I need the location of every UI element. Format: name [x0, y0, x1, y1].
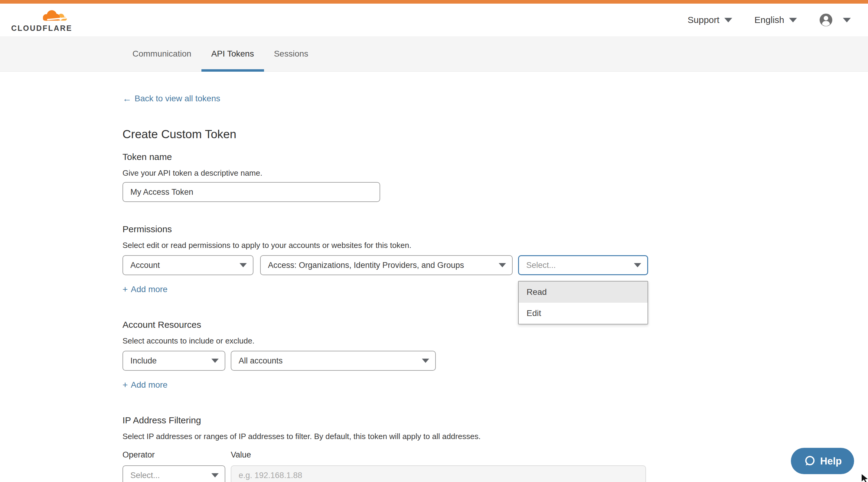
page-title: Create Custom Token: [123, 127, 868, 141]
cloudflare-wordmark: CLOUDFLARE: [11, 24, 72, 32]
language-menu[interactable]: English: [754, 15, 797, 25]
select-value: Access: Organizations, Identity Provider…: [268, 261, 464, 270]
menu-option-label: Edit: [527, 309, 541, 318]
permission-level-select[interactable]: Select...: [518, 255, 648, 275]
token-name-heading: Token name: [123, 152, 868, 162]
tab-label: API Tokens: [211, 49, 254, 59]
chevron-down-icon: [240, 263, 247, 267]
tab-api-tokens[interactable]: API Tokens: [202, 36, 264, 71]
help-chat-icon: [803, 455, 816, 468]
select-value: All accounts: [239, 356, 283, 365]
resource-mode-select[interactable]: Include: [123, 351, 225, 371]
chevron-down-icon: [211, 473, 219, 478]
tab-label: Communication: [132, 49, 191, 59]
permissions-add-more-link[interactable]: + Add more: [123, 284, 167, 294]
value-label: Value: [231, 450, 251, 460]
support-menu-label: Support: [688, 15, 719, 25]
plus-icon: +: [123, 284, 128, 294]
account-resources-heading: Account Resources: [123, 319, 868, 330]
ip-filtering-row: Select...: [123, 465, 868, 482]
cloudflare-logo[interactable]: CLOUDFLARE: [11, 8, 72, 32]
top-accent-bar: [0, 0, 868, 4]
language-menu-label: English: [754, 15, 784, 25]
ip-value-input[interactable]: [231, 465, 646, 482]
active-tab-underline: [202, 69, 264, 72]
tab-label: Sessions: [274, 49, 309, 59]
plus-icon: +: [123, 380, 128, 390]
permission-scope-select[interactable]: Account: [123, 255, 253, 275]
add-more-label: Add more: [131, 285, 167, 294]
select-value: Account: [130, 261, 160, 270]
support-menu[interactable]: Support: [688, 15, 732, 25]
help-button[interactable]: Help: [791, 448, 854, 474]
ip-operator-select[interactable]: Select...: [123, 465, 225, 482]
account-resources-add-more-link[interactable]: + Add more: [123, 380, 167, 390]
permissions-heading: Permissions: [123, 224, 868, 235]
select-value: Include: [130, 356, 157, 365]
ip-filtering-heading: IP Address Filtering: [123, 415, 868, 426]
permission-level-menu: Read Edit: [518, 281, 648, 324]
chevron-down-icon: [724, 18, 732, 22]
chevron-down-icon: [789, 18, 797, 22]
left-arrow-icon: ←: [123, 93, 131, 104]
permissions-description: Select edit or read permissions to apply…: [123, 241, 868, 250]
profile-tab-bar: Communication API Tokens Sessions: [0, 36, 868, 72]
menu-option-read[interactable]: Read: [519, 282, 648, 303]
permission-resource-select[interactable]: Access: Organizations, Identity Provider…: [260, 255, 513, 275]
add-more-label: Add more: [131, 380, 167, 390]
chevron-down-icon: [499, 263, 506, 267]
token-name-input[interactable]: [123, 182, 380, 202]
account-menu[interactable]: [819, 13, 851, 27]
help-button-label: Help: [820, 455, 842, 467]
select-placeholder: Select...: [526, 261, 556, 270]
menu-option-edit[interactable]: Edit: [519, 303, 648, 324]
cloudflare-cloud-icon: [39, 8, 68, 24]
chevron-down-icon: [422, 359, 429, 363]
account-resources-row: Include All accounts: [123, 351, 868, 371]
chevron-down-icon: [211, 359, 219, 363]
token-name-description: Give your API token a descriptive name.: [123, 168, 868, 178]
operator-label: Operator: [123, 450, 231, 460]
permissions-row: Account Access: Organizations, Identity …: [123, 255, 868, 275]
select-placeholder: Select...: [130, 471, 160, 480]
menu-option-label: Read: [527, 287, 547, 297]
permission-level-wrap: Select... Read Edit: [518, 255, 648, 275]
resource-scope-select[interactable]: All accounts: [231, 351, 436, 371]
account-resources-description: Select accounts to include or exclude.: [123, 336, 868, 345]
back-link-label: Back to view all tokens: [134, 93, 220, 104]
mouse-cursor: [861, 474, 868, 482]
chevron-down-icon: [634, 263, 641, 267]
tab-communication[interactable]: Communication: [123, 36, 202, 71]
main-content: ← Back to view all tokens Create Custom …: [0, 72, 868, 482]
ip-filtering-labels: Operator Value: [123, 450, 868, 460]
back-to-tokens-link[interactable]: ← Back to view all tokens: [123, 93, 220, 104]
header: CLOUDFLARE Support English: [0, 4, 868, 36]
ip-filtering-description: Select IP addresses or ranges of IP addr…: [123, 432, 868, 441]
tab-sessions[interactable]: Sessions: [264, 36, 318, 71]
chevron-down-icon: [843, 18, 851, 22]
user-avatar-icon: [819, 13, 833, 27]
